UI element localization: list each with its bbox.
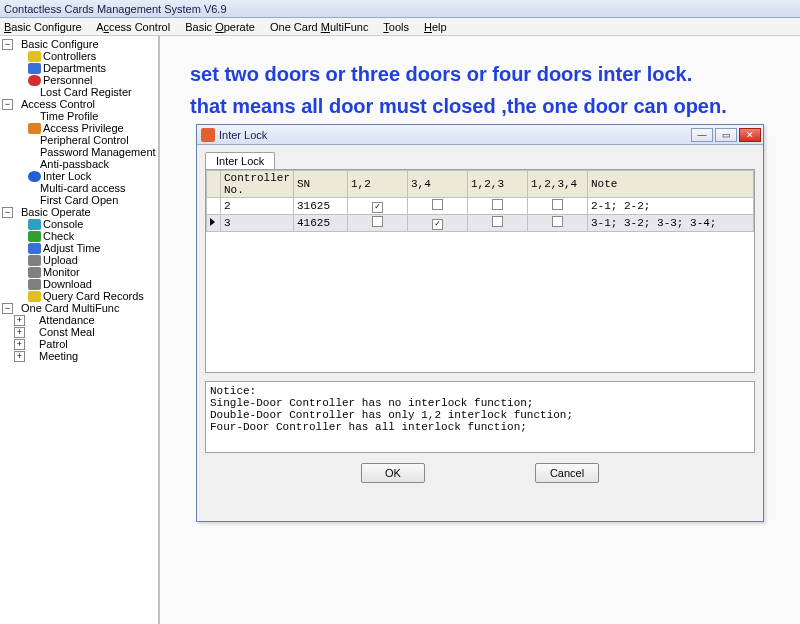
cell-chk-34[interactable]: ✓	[408, 215, 468, 232]
collapse-icon[interactable]: −	[2, 303, 13, 314]
col-12[interactable]: 1,2	[348, 171, 408, 198]
cell-note: 2-1; 2-2;	[588, 198, 754, 215]
ok-button[interactable]: OK	[361, 463, 425, 483]
tab-inter-lock[interactable]: Inter Lock	[205, 152, 275, 169]
tree-label: Console	[43, 218, 83, 230]
tree-console[interactable]: Console	[2, 218, 158, 230]
departments-icon	[28, 63, 41, 74]
tree-lost-card-register[interactable]: Lost Card Register	[2, 86, 158, 98]
tree-controllers[interactable]: Controllers	[2, 50, 158, 62]
col-note[interactable]: Note	[588, 171, 754, 198]
dialog-title: Inter Lock	[219, 129, 267, 141]
menu-help[interactable]: Help	[424, 21, 447, 33]
col-1234[interactable]: 1,2,3,4	[528, 171, 588, 198]
tree-label: Controllers	[43, 50, 96, 62]
col-34[interactable]: 3,4	[408, 171, 468, 198]
cell-chk-1234[interactable]	[528, 198, 588, 215]
tree-download[interactable]: Download	[2, 278, 158, 290]
collapse-icon[interactable]: −	[2, 207, 13, 218]
controllers-icon	[28, 51, 41, 62]
menu-tools[interactable]: Tools	[383, 21, 409, 33]
tree-patrol[interactable]: +Patrol	[2, 338, 158, 350]
expand-icon[interactable]: +	[14, 351, 25, 362]
cell-chk-123[interactable]	[468, 215, 528, 232]
cell-chk-12[interactable]: ✓	[348, 198, 408, 215]
dialog-titlebar[interactable]: Inter Lock — ▭ ✕	[197, 125, 763, 145]
cancel-button[interactable]: Cancel	[535, 463, 599, 483]
tree-label: Adjust Time	[43, 242, 100, 254]
table-row[interactable]: 2 31625 ✓ 2-1; 2-2;	[207, 198, 754, 215]
minimize-button[interactable]: —	[691, 128, 713, 142]
tree-label: Basic Configure	[21, 38, 99, 50]
tree-time-profile[interactable]: Time Profile	[2, 110, 158, 122]
tree-departments[interactable]: Departments	[2, 62, 158, 74]
tree-basic-configure[interactable]: − Basic Configure	[2, 38, 158, 50]
cell-note: 3-1; 3-2; 3-3; 3-4;	[588, 215, 754, 232]
tree-label: Patrol	[39, 338, 68, 350]
tree-inter-lock[interactable]: Inter Lock	[2, 170, 158, 182]
maximize-button[interactable]: ▭	[715, 128, 737, 142]
notice-line: Four-Door Controller has all interlock f…	[210, 421, 750, 433]
col-sn[interactable]: SN	[294, 171, 348, 198]
download-icon	[28, 279, 41, 290]
tree-label: Time Profile	[40, 110, 98, 122]
tree-label: Inter Lock	[43, 170, 91, 182]
tree-label: Departments	[43, 62, 106, 74]
expand-icon[interactable]: +	[14, 339, 25, 350]
tree-query-card-records[interactable]: Query Card Records	[2, 290, 158, 302]
tree-personnel[interactable]: Personnel	[2, 74, 158, 86]
tree-adjust-time[interactable]: Adjust Time	[2, 242, 158, 254]
table-row[interactable]: 3 41625 ✓ 3-1; 3-2; 3-3; 3-4;	[207, 215, 754, 232]
tree-check[interactable]: Check	[2, 230, 158, 242]
tabstrip: Inter Lock	[205, 151, 755, 169]
cell-sn: 31625	[294, 198, 348, 215]
cell-chk-12[interactable]	[348, 215, 408, 232]
cell-chk-34[interactable]	[408, 198, 468, 215]
tree-meeting[interactable]: +Meeting	[2, 350, 158, 362]
col-123[interactable]: 1,2,3	[468, 171, 528, 198]
tree-peripheral-control[interactable]: Peripheral Control	[2, 134, 158, 146]
expand-icon[interactable]: +	[14, 327, 25, 338]
cell-no: 3	[221, 215, 294, 232]
cell-sn: 41625	[294, 215, 348, 232]
tree-monitor[interactable]: Monitor	[2, 266, 158, 278]
cell-chk-123[interactable]	[468, 198, 528, 215]
cell-chk-1234[interactable]	[528, 215, 588, 232]
tree-label: One Card MultiFunc	[21, 302, 119, 314]
tree-password-management[interactable]: Password Management	[2, 146, 158, 158]
tree-basic-operate[interactable]: −Basic Operate	[2, 206, 158, 218]
menu-access-control[interactable]: Access Control	[96, 21, 170, 33]
menu-one-card-multifunc[interactable]: One Card MultiFunc	[270, 21, 368, 33]
upload-icon	[28, 255, 41, 266]
tree-upload[interactable]: Upload	[2, 254, 158, 266]
tree-multi-card-access[interactable]: Multi-card access	[2, 182, 158, 194]
tree-label: Password Management	[40, 146, 156, 158]
tree-first-card-open[interactable]: First Card Open	[2, 194, 158, 206]
check-icon	[28, 231, 41, 242]
dialog-buttons: OK Cancel	[205, 463, 755, 483]
tree-access-privilege[interactable]: Access Privilege	[2, 122, 158, 134]
collapse-icon[interactable]: −	[2, 39, 13, 50]
tree-access-control[interactable]: −Access Control	[2, 98, 158, 110]
close-button[interactable]: ✕	[739, 128, 761, 142]
tree-const-meal[interactable]: +Const Meal	[2, 326, 158, 338]
tree-label: Peripheral Control	[40, 134, 129, 146]
inter-lock-dialog: Inter Lock — ▭ ✕ Inter Lock Controller N…	[196, 124, 764, 522]
tree-label: Query Card Records	[43, 290, 144, 302]
collapse-icon[interactable]: −	[2, 99, 13, 110]
notice-heading: Notice:	[210, 385, 750, 397]
expand-icon[interactable]: +	[14, 315, 25, 326]
tree-label: Multi-card access	[40, 182, 126, 194]
tree-anti-passback[interactable]: Anti-passback	[2, 158, 158, 170]
menu-basic-operate[interactable]: Basic Operate	[185, 21, 255, 33]
cell-no: 2	[221, 198, 294, 215]
content-area: set two doors or three doors or four doo…	[160, 36, 800, 624]
menu-basic-configure[interactable]: Basic Configure	[4, 21, 82, 33]
interlock-grid: Controller No. SN 1,2 3,4 1,2,3 1,2,3,4 …	[205, 169, 755, 373]
tree-label: Monitor	[43, 266, 80, 278]
col-controller-no[interactable]: Controller No.	[221, 171, 294, 198]
tree-one-card-multifunc[interactable]: −One Card MultiFunc	[2, 302, 158, 314]
tree-label: Personnel	[43, 74, 93, 86]
tree-label: Access Privilege	[43, 122, 124, 134]
tree-attendance[interactable]: +Attendance	[2, 314, 158, 326]
